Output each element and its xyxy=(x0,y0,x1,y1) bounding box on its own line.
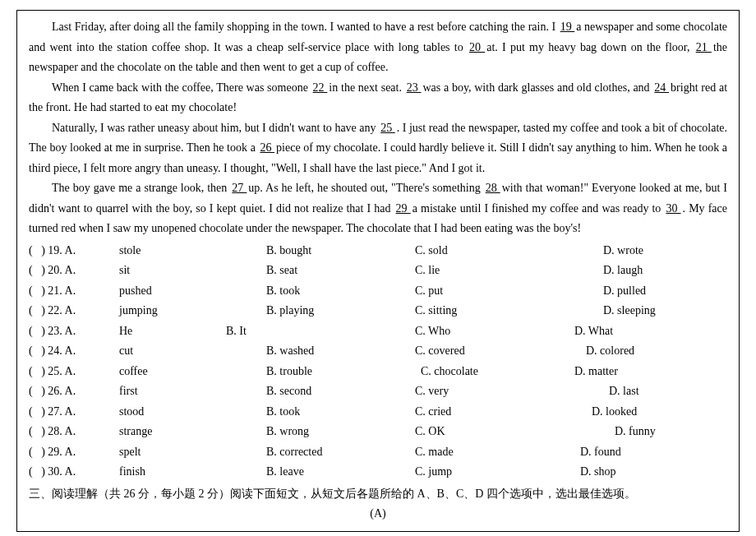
question-number: ( ) 23. A. xyxy=(29,321,119,342)
option-d: D. colored xyxy=(586,341,634,362)
option-b-wrap: B. wrong xyxy=(226,422,415,442)
option-b: B. took xyxy=(266,281,300,302)
option-c-wrap: C. OK xyxy=(415,422,563,442)
option-c: C. covered xyxy=(415,341,465,362)
option-b: B. wrong xyxy=(266,422,309,442)
text: The boy gave me a strange look, then xyxy=(52,182,230,194)
question-row: ( ) 25. A. coffee B. trouble C. chocolat… xyxy=(29,362,727,382)
option-a: coffee xyxy=(119,362,226,382)
option-b: B. seat xyxy=(266,261,297,281)
text: at. I put my heavy bag down on the floor… xyxy=(486,41,694,53)
option-d-wrap: D. last xyxy=(563,381,639,402)
option-b-wrap: B. leave xyxy=(226,462,415,483)
option-d: D. found xyxy=(580,442,621,463)
option-d: D. shop xyxy=(580,462,616,483)
option-a: He xyxy=(119,321,226,342)
question-number: ( ) 21. A. xyxy=(29,281,119,302)
option-c: C. Who xyxy=(415,321,450,342)
option-d: D. wrote xyxy=(603,241,643,261)
option-a: first xyxy=(119,381,226,402)
option-a: finish xyxy=(119,462,226,483)
option-d-wrap: D. funny xyxy=(563,422,656,442)
option-d-wrap: D. pulled xyxy=(563,281,646,302)
option-d: D. funny xyxy=(615,422,656,442)
option-b-wrap: B. playing xyxy=(226,301,415,321)
option-c-wrap: C. sold xyxy=(415,241,563,261)
section-heading: 三、阅读理解（共 26 分，每小题 2 分）阅读下面短文，从短文后各题所给的 A… xyxy=(29,484,727,505)
question-row: ( ) 20. A. sit B. seatC. lie D. laugh xyxy=(29,261,727,281)
option-a: stole xyxy=(119,241,226,261)
blank-27: 27 xyxy=(230,182,248,194)
option-d-wrap: D. looked xyxy=(563,402,637,423)
option-d: D. laugh xyxy=(603,261,643,281)
text: in the next seat. xyxy=(329,81,404,94)
option-b: B. leave xyxy=(266,462,304,483)
option-c: C. cried xyxy=(415,402,451,423)
paragraph-3: Naturally, I was rather uneasy about him… xyxy=(29,118,727,179)
question-number: ( ) 22. A. xyxy=(29,301,119,321)
option-a: sit xyxy=(119,261,226,281)
option-b: B. washed xyxy=(266,341,314,362)
question-row: ( ) 30. A. finish B. leaveC. jump D. sho… xyxy=(29,462,727,483)
blank-21: 21 xyxy=(694,41,713,53)
blank-28: 28 xyxy=(484,182,502,194)
option-c: C. jump xyxy=(415,462,452,483)
blank-19: 19 xyxy=(559,21,577,33)
page-container: Last Friday, after doing all the family … xyxy=(16,10,740,532)
option-b: B. took xyxy=(266,402,300,423)
option-b: B. playing xyxy=(266,301,314,321)
option-b-wrap: B. took xyxy=(226,402,415,423)
text: Naturally, I was rather uneasy about him… xyxy=(52,122,379,134)
question-number: ( ) 25. A. xyxy=(29,362,119,382)
option-a: pushed xyxy=(119,281,226,302)
option-c-wrap: C. Who xyxy=(415,321,563,342)
option-b-wrap: B. took xyxy=(226,281,415,302)
option-b: B. bought xyxy=(266,241,311,261)
blank-30: 30 xyxy=(664,202,682,215)
question-row: ( ) 28. A. strange B. wrongC. OK D. funn… xyxy=(29,422,727,442)
option-c-wrap: C. covered xyxy=(415,341,563,362)
option-d: D. sleeping xyxy=(603,301,656,321)
option-c: C. made xyxy=(415,442,454,463)
option-c-wrap: C. put xyxy=(415,281,563,302)
question-row: ( ) 19. A. stole B. boughtC. sold D. wro… xyxy=(29,241,727,261)
option-c: C. chocolate xyxy=(421,362,478,382)
question-number: ( ) 29. A. xyxy=(29,442,119,463)
option-b: B. second xyxy=(266,381,311,402)
option-d: D. looked xyxy=(592,402,637,423)
blank-25: 25 xyxy=(379,122,397,134)
text: Last Friday, after doing all the family … xyxy=(52,21,559,33)
blank-23: 23 xyxy=(405,81,423,94)
option-c: C. sitting xyxy=(415,301,457,321)
option-d-wrap: D. matter xyxy=(563,362,618,382)
option-c-wrap: C. cried xyxy=(415,402,563,423)
question-row: ( ) 21. A. pushed B. tookC. put D. pulle… xyxy=(29,281,727,302)
option-b-wrap: B. It xyxy=(226,321,415,342)
option-c-wrap: C. very xyxy=(415,381,563,402)
option-a: strange xyxy=(119,422,226,442)
option-d: D. matter xyxy=(574,362,618,382)
question-number: ( ) 20. A. xyxy=(29,261,119,281)
option-b-wrap: B. second xyxy=(226,381,415,402)
option-d: D. pulled xyxy=(603,281,646,302)
option-c: C. put xyxy=(415,281,443,302)
option-d-wrap: D. colored xyxy=(563,341,634,362)
blank-22: 22 xyxy=(311,81,330,94)
text: up. As he left, he shouted out, "There's… xyxy=(248,182,483,194)
blank-20: 20 xyxy=(468,41,486,53)
option-c-wrap: C. chocolate xyxy=(415,362,563,382)
option-d-wrap: D. What xyxy=(563,321,613,342)
question-row: ( ) 22. A. jumping B. playingC. sitting … xyxy=(29,301,727,321)
answer-options: ( ) 19. A. stole B. boughtC. sold D. wro… xyxy=(29,241,727,483)
text: was a boy, with dark glasses and old clo… xyxy=(422,81,652,94)
blank-29: 29 xyxy=(394,202,413,215)
option-a: spelt xyxy=(119,442,226,463)
option-c-wrap: C. made xyxy=(415,442,563,463)
option-b-wrap: B. washed xyxy=(226,341,415,362)
option-d: D. last xyxy=(609,381,639,402)
section-sublabel: (A) xyxy=(29,504,727,524)
option-c: C. OK xyxy=(415,422,445,442)
question-number: ( ) 30. A. xyxy=(29,462,119,483)
option-b: B. corrected xyxy=(266,442,322,463)
question-number: ( ) 28. A. xyxy=(29,422,119,442)
